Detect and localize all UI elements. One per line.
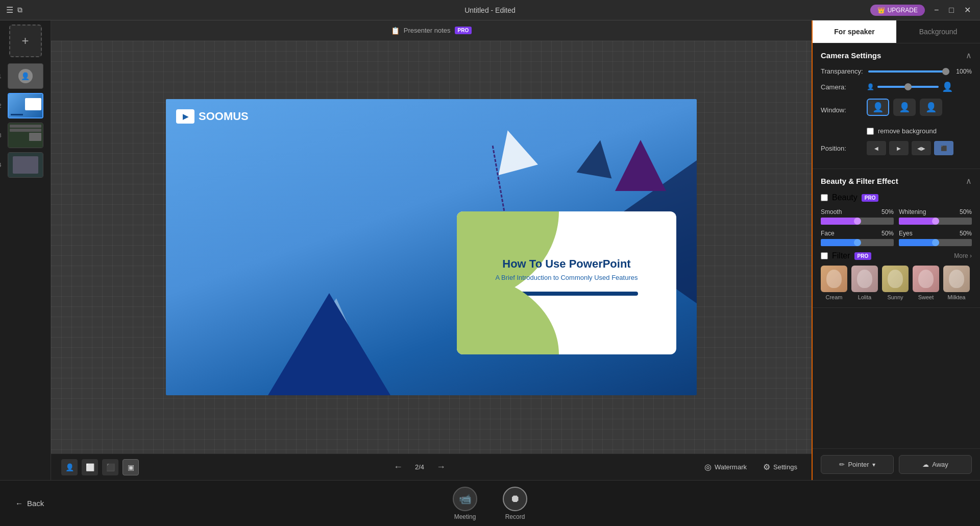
- camera-size-slider[interactable]: [877, 86, 939, 88]
- smooth-group: Smooth 50%: [821, 208, 894, 225]
- filter-sweet[interactable]: Sweet: [913, 266, 939, 300]
- slide-3-img: [29, 133, 41, 141]
- filter-header-row: Filter PRO More ›: [821, 251, 972, 260]
- eyes-slider[interactable]: [899, 239, 972, 246]
- filter-checkbox[interactable]: [821, 252, 828, 259]
- position-btn-3[interactable]: ◀▶: [912, 141, 931, 155]
- filter-cream-label: Cream: [825, 294, 842, 300]
- slide-canvas-wrapper: ▶ SOOMUS How To Use PowerPoint A Brief I…: [51, 41, 812, 453]
- smooth-value: 50%: [881, 208, 894, 216]
- filter-cream[interactable]: Cream: [821, 266, 847, 300]
- window-opt-1-icon: 👤: [872, 102, 884, 113]
- filter-milktea-face: [949, 270, 964, 288]
- filter-lolita-label: Lolita: [858, 294, 871, 300]
- filter-sunny[interactable]: Sunny: [882, 266, 909, 300]
- filter-sunny-label: Sunny: [887, 294, 903, 300]
- window-label: Window:: [821, 106, 862, 114]
- camera-row: Camera: 👤 👤: [821, 81, 972, 92]
- slide-4-number: 4: [0, 162, 2, 168]
- window-opt-3[interactable]: 👤: [920, 99, 942, 116]
- eyes-value: 50%: [960, 230, 972, 237]
- next-slide-button[interactable]: →: [432, 460, 450, 474]
- away-icon: ☁: [922, 461, 929, 468]
- meeting-button[interactable]: 📹 Meeting: [453, 487, 477, 520]
- tool-layout1[interactable]: ⬜: [82, 459, 98, 475]
- slide-2-content: [9, 94, 42, 117]
- presenter-notes-bar: 📋 Presenter notes PRO: [51, 20, 812, 41]
- minimize-button[interactable]: −: [931, 5, 942, 16]
- beauty-filter-toggle[interactable]: ∧: [966, 176, 972, 186]
- position-btn-4[interactable]: ⬛: [934, 141, 953, 155]
- position-btn-2[interactable]: ▶: [889, 141, 909, 155]
- filter-milktea[interactable]: Milktea: [943, 266, 970, 300]
- tool-avatar[interactable]: 👤: [61, 459, 78, 475]
- avatar-placeholder: 👤: [18, 69, 33, 83]
- watermark-button[interactable]: ◎ Watermark: [700, 460, 751, 474]
- tab-background[interactable]: Background: [896, 20, 980, 43]
- whitening-group: Whitening 50%: [899, 208, 972, 225]
- camera-settings-toggle[interactable]: ∧: [966, 51, 972, 60]
- window-opt-2[interactable]: 👤: [893, 99, 916, 116]
- slide-1-wrapper: 1 👤: [8, 63, 43, 89]
- face-slider[interactable]: [821, 239, 894, 246]
- filter-cream-thumb: [821, 266, 847, 292]
- center-area: 📋 Presenter notes PRO ▶ SOOMUS: [51, 20, 812, 480]
- filter-sweet-label: Sweet: [918, 294, 934, 300]
- window-opt-1[interactable]: 👤: [867, 99, 889, 116]
- away-button[interactable]: ☁ Away: [899, 455, 972, 474]
- beauty-checkbox[interactable]: [821, 194, 828, 201]
- beauty-pro-badge[interactable]: PRO: [862, 194, 879, 202]
- filter-sunny-thumb: [882, 266, 909, 292]
- pointer-button[interactable]: ✏ Pointer ▾: [821, 455, 894, 474]
- position-btn-1[interactable]: ◀: [867, 141, 886, 155]
- tab-for-speaker[interactable]: For speaker: [813, 20, 896, 43]
- maximize-button[interactable]: □: [946, 5, 957, 16]
- more-link[interactable]: More ›: [954, 252, 972, 259]
- filter-grid: Cream Lolita: [821, 266, 972, 300]
- filter-label: Filter: [832, 251, 850, 260]
- tool-layout2[interactable]: ⬛: [102, 459, 118, 475]
- meeting-icon: 📹: [459, 493, 472, 505]
- transparency-label: Transparency:: [821, 67, 863, 75]
- add-slide-button[interactable]: +: [9, 25, 42, 57]
- position-row: Position: ◀ ▶ ◀▶ ⬛: [821, 141, 972, 155]
- notes-pro-badge[interactable]: PRO: [455, 27, 472, 34]
- filter-lolita-thumb: [851, 266, 878, 292]
- slide-thumb-4[interactable]: [8, 152, 43, 178]
- upgrade-label: UPGRADE: [888, 7, 918, 14]
- smooth-whitening-row: Smooth 50% Whitening 50%: [821, 208, 972, 225]
- crown-icon: 👑: [877, 7, 885, 14]
- slide-logo: ▶ SOOMUS: [176, 109, 249, 124]
- camera-settings-header: Camera Settings ∧: [821, 51, 972, 60]
- slide-3-number: 3: [0, 132, 2, 138]
- settings-button[interactable]: ⚙ Settings: [759, 460, 801, 474]
- slide-3-row2: [10, 129, 41, 132]
- slide-2-number: 2: [0, 103, 2, 109]
- title-bar: ☰ ⧉ Untitled - Edited 👑 UPGRADE − □ ✕: [0, 0, 980, 20]
- filter-pro-badge[interactable]: PRO: [854, 252, 872, 260]
- close-button[interactable]: ✕: [961, 4, 974, 16]
- prev-slide-button[interactable]: ←: [389, 460, 407, 474]
- record-button[interactable]: ⏺ Record: [503, 487, 527, 520]
- filter-lolita[interactable]: Lolita: [851, 266, 878, 300]
- hamburger-icon[interactable]: ☰: [6, 5, 13, 15]
- slide-thumb-2[interactable]: [8, 93, 43, 118]
- eyes-label: Eyes: [899, 230, 913, 237]
- eyes-header: Eyes 50%: [899, 230, 972, 237]
- tool-layout3[interactable]: ▣: [122, 459, 139, 475]
- transparency-slider[interactable]: [868, 70, 949, 73]
- notes-icon: 📋: [391, 27, 400, 35]
- main-layout: + 1 👤 2 3: [0, 20, 980, 480]
- smooth-slider[interactable]: [821, 218, 894, 225]
- slide-thumb-3[interactable]: [8, 123, 43, 148]
- camera-small-icon: 👤: [867, 83, 874, 90]
- camera-size-icons: 👤 👤: [867, 81, 953, 92]
- window-icon[interactable]: ⧉: [17, 6, 22, 14]
- whitening-slider[interactable]: [899, 218, 972, 225]
- back-button[interactable]: ← Back: [15, 499, 44, 508]
- remove-background-checkbox[interactable]: [867, 128, 874, 135]
- slide-thumb-1[interactable]: 👤: [8, 63, 43, 89]
- card-subtitle: A Brief Introduction to Commonly Used Fe…: [467, 274, 666, 281]
- upgrade-button[interactable]: 👑 UPGRADE: [870, 5, 925, 16]
- position-label: Position:: [821, 145, 862, 152]
